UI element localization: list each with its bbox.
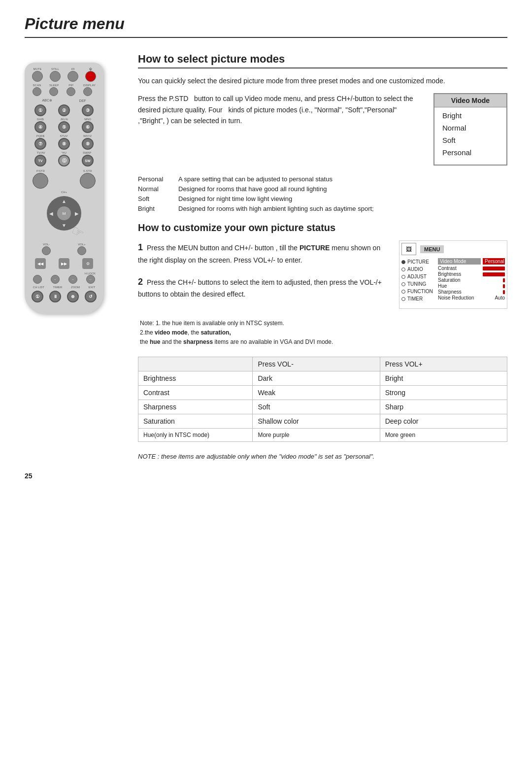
effects-table-body: Brightness Dark Bright Contrast Weak Str… [138,371,507,442]
video-mode-personal: Personal [442,148,499,157]
timer-label: TIMER [53,286,63,289]
btn-5[interactable]: ⑤ [58,121,70,133]
refresh-button[interactable]: ↺ [85,291,97,302]
brightness-row: Brightness [438,271,505,277]
btn-0[interactable]: ⓪ [58,155,70,167]
step2: 2 Press the CH+/- buttons to select the … [138,275,389,300]
mode-def-normal: Normal Designed for rooms that have good… [138,185,507,193]
menu-label-audio: AUDIO [407,267,423,272]
scan-button[interactable] [33,87,41,96]
btn-tv-av[interactable]: TV [34,155,46,167]
numpad-row1: ① ② ③ [29,104,100,116]
step1: 1 Press the MEUN button and CH+/- button… [138,240,389,266]
menu-label-function: FUNCTION [407,289,433,294]
video-mode-header: Video Mode [434,94,506,107]
brightness-label: Brightness [438,271,483,277]
row-contrast-plus: Strong [380,386,507,400]
options-button[interactable]: ⚙ [82,258,93,269]
note3: the hue and the sharpness items are no a… [140,337,507,347]
row-contrast-item: Contrast [138,386,253,400]
menu-item-timer: TIMER [401,295,436,302]
saturation-row: Saturation [438,277,505,283]
circle-audio [401,267,405,271]
minus-button[interactable]: − [51,275,60,284]
exit-button[interactable]: ← [86,275,95,284]
note3-hue: hue [150,338,160,345]
noise-reduction-label: Noise Reduction [438,295,495,301]
btn-4[interactable]: ④ [34,121,46,133]
plus-button[interactable]: ⊕ [67,291,79,302]
bottom-labels: CH LIST TIMER ZOOM EXIT [29,286,100,289]
mode-def-personal: Personal A spare setting that can be adj… [138,175,507,183]
table-row: Sharpness Soft Sharp [138,400,507,414]
sleep-button[interactable] [49,87,58,96]
hue-bar [503,284,505,288]
final-note: NOTE : these items are adjustable only w… [138,452,507,462]
btn-2[interactable]: ② [58,104,70,116]
video-mode-normal: Normal [442,124,499,132]
pstd-label: P.STD [33,169,48,172]
pip-label: PIP [66,84,75,87]
contrast-row: Contrast [438,266,505,271]
vol-plus-label: VOL+ [77,243,86,246]
remote-top-labels: MUTE STILL I/II ⏻ [29,67,100,82]
saturation-bar [503,278,505,282]
notes-section: Note: 1. the hue item is available only … [140,319,507,347]
video-mode-bright: Bright [442,111,499,120]
sstd-label: S.STD [80,169,96,172]
btn-8[interactable]: ⑧ [58,138,70,150]
pstd-button[interactable] [33,173,48,189]
btn-6[interactable]: ⑥ [82,121,94,133]
zoom-label: ZOOM [71,286,80,289]
btn-9[interactable]: ⑨ [82,138,94,150]
ch-list-button[interactable] [33,275,42,284]
noise-reduction-value: Auto [495,295,505,301]
list-button[interactable]: ① [32,291,43,302]
effects-table-head: Press VOL- Press VOL+ [138,357,507,371]
sstd-button[interactable] [80,173,96,189]
menu-label-picture: PICTURE [407,259,429,265]
transport-row: ◀◀ ▶▶ ⚙ [29,258,100,269]
pstd-row: P.STD S.STD [29,169,100,189]
section1: How to select picture modes You can quic… [138,53,507,212]
row-hue-minus: More purple [253,429,380,442]
pip-button[interactable] [66,87,75,96]
btn-1[interactable]: ① [34,104,46,116]
numpad-row2: ④ ⑤ ⑥ [29,121,100,133]
power-button[interactable] [85,71,96,82]
remote-column: MUTE STILL I/II ⏻ SCAN [25,53,123,462]
contrast-bar [483,267,505,270]
col-vol-minus-header: Press VOL- [253,357,380,371]
nav-down-arrow: ▼ [62,223,66,228]
forward-button[interactable]: ▶▶ [59,258,69,269]
pause-button[interactable]: ⏸ [49,291,61,302]
noise-reduction-row: Noise Reduction Auto [438,295,505,301]
mute-button[interactable] [32,71,43,82]
menu-center-button[interactable]: M [57,206,71,220]
note2-saturation: saturation, [200,329,231,336]
btn-swap[interactable]: SW [82,155,94,167]
btn-3[interactable]: ③ [82,104,94,116]
nav-left-arrow: ◀ [49,211,53,216]
vol-plus-button[interactable] [77,246,86,255]
row-brightness-minus: Dark [253,371,380,386]
row-saturation-minus: Shallow color [253,414,380,429]
mode-desc-normal: Designed for rooms that have good all ro… [178,185,507,193]
minus2-button[interactable]: − [68,275,77,284]
section2: How to customize your own picture status… [138,222,507,462]
numpad: ABC⊕ DEF ① ② ③ GHI$JKL%MNO ④ ⑤ ⑥ PQR$S [29,99,100,167]
vol-minus-button[interactable] [42,246,51,255]
hue-label: Hue [438,283,503,289]
btn-7[interactable]: ⑦ [34,138,46,150]
sleep-label: SLEEP [49,84,59,87]
i-ii-button[interactable] [67,71,78,82]
rewind-button[interactable]: ◀◀ [35,258,46,269]
i-ii-label: I/II [67,67,78,70]
mode-description-text: Press the P.STD button to call up Video … [138,93,424,166]
display-button[interactable] [83,87,92,96]
still-button[interactable] [50,71,61,82]
mode-desc-bright: Designed for rooms with high ambient lig… [178,205,507,212]
page-title: Picture menu [25,15,507,38]
menu-item-picture: PICTURE [401,258,436,266]
circle-tuning [401,282,405,286]
